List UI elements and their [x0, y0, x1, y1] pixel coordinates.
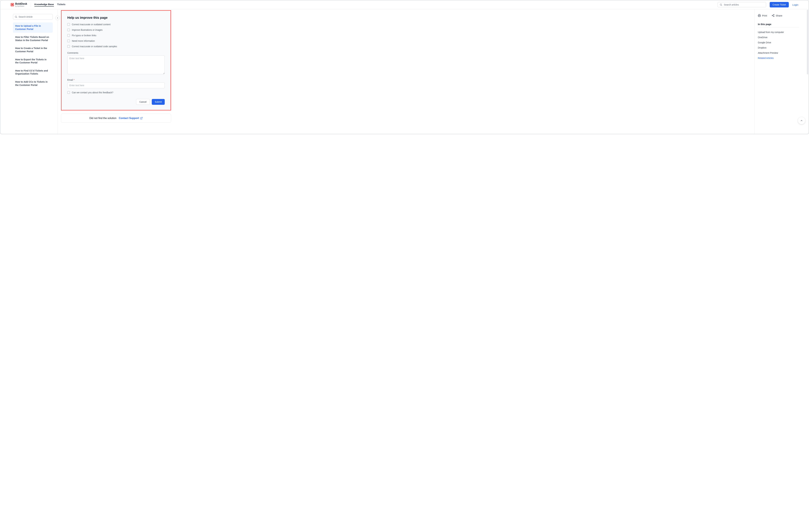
checkbox[interactable] — [67, 29, 70, 31]
header: BoldDesk by Syncfusion Knowledge Base Ti… — [0, 0, 809, 9]
logo[interactable]: BoldDesk by Syncfusion — [11, 3, 27, 7]
form-actions: Cancel Submit — [67, 99, 165, 105]
svg-line-10 — [773, 15, 773, 15]
comments-label: Comments — [67, 52, 165, 54]
article-list: How to Upload a File in Customer Portal … — [13, 22, 53, 89]
search-icon — [720, 3, 722, 6]
logo-name: BoldDesk — [15, 3, 27, 5]
toc-item[interactable]: Related Articles — [758, 55, 799, 60]
svg-line-1 — [721, 5, 722, 6]
highlight-annotation: Help us improve this page Correct inaccu… — [61, 10, 171, 110]
required-indicator: * — [74, 78, 74, 81]
feedback-option[interactable]: Fix typos or broken links — [67, 34, 165, 37]
feedback-card: Help us improve this page Correct inaccu… — [62, 11, 170, 109]
contact-support-label: Contact Support — [119, 117, 139, 120]
contact-support-link[interactable]: Contact Support — [119, 117, 142, 120]
feedback-option[interactable]: Correct inaccurate or outdated content — [67, 23, 165, 26]
content: How to Upload a File in Customer Portal … — [0, 9, 809, 134]
sidebar-right: Print Share In this page Upload from my … — [755, 9, 809, 134]
email-label-text: Email — [67, 78, 73, 81]
global-search-input[interactable] — [724, 3, 764, 6]
svg-line-3 — [17, 17, 17, 18]
toc-item[interactable]: Dropbox — [758, 45, 799, 50]
checkbox-label: Can we contact you about this feedback? — [72, 91, 113, 94]
sidebar-left: How to Upload a File in Customer Portal … — [0, 9, 58, 134]
toc-item[interactable]: OneDrive — [758, 35, 799, 40]
feedback-option[interactable]: Need more information — [67, 40, 165, 42]
sidebar-article-item[interactable]: How to Upload a File in Customer Portal — [13, 22, 53, 33]
email-input[interactable] — [67, 83, 165, 88]
comments-textarea[interactable] — [67, 55, 165, 74]
toc-item[interactable]: Upload from my computer — [758, 30, 799, 35]
checkbox-label: Improve illustrations or images — [72, 29, 103, 31]
login-link[interactable]: Login — [792, 3, 798, 6]
checkbox[interactable] — [67, 40, 70, 42]
logo-text: BoldDesk by Syncfusion — [15, 3, 27, 7]
sidebar-article-item[interactable]: How to Find CC'd Tickets and Organizatio… — [13, 67, 53, 77]
create-ticket-button[interactable]: Create Ticket — [770, 2, 789, 7]
logo-subtitle: by Syncfusion — [15, 5, 27, 7]
checkbox-label: Need more information — [72, 40, 95, 42]
print-label: Print — [762, 14, 767, 17]
action-row: Print Share — [758, 14, 799, 17]
print-icon — [758, 14, 761, 17]
nav-tickets[interactable]: Tickets — [57, 3, 65, 7]
share-icon — [772, 14, 775, 17]
svg-point-7 — [772, 15, 773, 16]
toc-list: Upload from my computer OneDrive Google … — [758, 30, 799, 60]
checkbox[interactable] — [67, 23, 70, 26]
scroll-top-button[interactable] — [798, 117, 805, 124]
collapse-sidebar-button[interactable] — [55, 16, 60, 20]
nav-knowledge-base[interactable]: Knowledge Base — [34, 3, 54, 7]
support-card: Did not find the solution Contact Suppor… — [61, 114, 171, 123]
share-label: Share — [776, 14, 782, 17]
nav-links: Knowledge Base Tickets — [34, 3, 65, 7]
toc-title: In this page — [758, 23, 799, 27]
contact-option[interactable]: Can we contact you about this feedback? — [67, 91, 165, 94]
checkbox-label: Fix typos or broken links — [72, 34, 96, 37]
sidebar-article-item[interactable]: How to Filter Tickets Based on Status in… — [13, 34, 53, 44]
print-button[interactable]: Print — [758, 14, 767, 17]
article-search-input[interactable] — [19, 16, 51, 18]
svg-point-8 — [773, 16, 774, 17]
support-text: Did not find the solution — [89, 117, 117, 120]
feedback-option[interactable]: Correct inaccurate or outdated code samp… — [67, 45, 165, 48]
toc-item[interactable]: Attachment Preview — [758, 50, 799, 55]
checkbox-label: Correct inaccurate or outdated content — [72, 23, 110, 26]
external-link-icon — [140, 117, 143, 120]
global-search[interactable] — [718, 2, 766, 7]
email-label: Email * — [67, 78, 165, 81]
chevron-left-icon — [56, 17, 59, 19]
article-search[interactable] — [13, 14, 53, 20]
checkbox[interactable] — [67, 34, 70, 37]
submit-button[interactable]: Submit — [152, 99, 165, 105]
svg-point-6 — [773, 14, 774, 15]
cancel-button[interactable]: Cancel — [136, 99, 150, 105]
share-button[interactable]: Share — [772, 14, 782, 17]
feedback-option[interactable]: Improve illustrations or images — [67, 29, 165, 31]
svg-point-2 — [15, 16, 17, 17]
search-icon — [15, 16, 17, 18]
checkbox[interactable] — [67, 45, 70, 48]
chevron-up-icon — [800, 119, 803, 122]
main: Help us improve this page Correct inaccu… — [58, 9, 755, 134]
svg-line-9 — [773, 16, 773, 16]
toc-item[interactable]: Google Drive — [758, 40, 799, 45]
sidebar-article-item[interactable]: How to Export the Tickets in the Custome… — [13, 56, 53, 66]
svg-point-0 — [720, 4, 721, 5]
feedback-title: Help us improve this page — [67, 16, 165, 20]
logo-icon — [11, 3, 14, 6]
scrollbar[interactable] — [807, 10, 808, 74]
header-right: Create Ticket Login — [718, 2, 798, 7]
checkbox[interactable] — [67, 91, 70, 94]
divider — [31, 2, 31, 7]
sidebar-article-item[interactable]: How to Create a Ticket in the Customer P… — [13, 45, 53, 55]
checkbox-label: Correct inaccurate or outdated code samp… — [72, 45, 117, 48]
svg-line-4 — [141, 117, 142, 118]
sidebar-article-item[interactable]: How to Add CCs to Tickets in the Custome… — [13, 78, 53, 89]
svg-rect-5 — [759, 16, 760, 17]
